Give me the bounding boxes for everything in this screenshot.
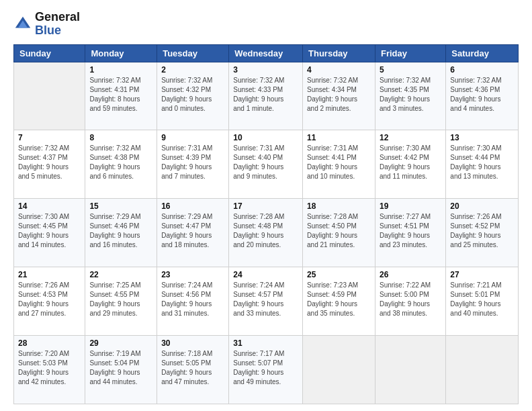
calendar-cell: 20Sunrise: 7:26 AMSunset: 4:52 PMDayligh… bbox=[446, 199, 519, 267]
calendar-week-row: 28Sunrise: 7:20 AMSunset: 5:03 PMDayligh… bbox=[14, 336, 519, 404]
day-info: Sunrise: 7:21 AMSunset: 5:01 PMDaylight:… bbox=[450, 281, 514, 318]
calendar-cell: 16Sunrise: 7:29 AMSunset: 4:47 PMDayligh… bbox=[157, 199, 229, 267]
day-info: Sunrise: 7:30 AMSunset: 4:44 PMDaylight:… bbox=[450, 144, 514, 181]
day-info: Sunrise: 7:17 AMSunset: 5:07 PMDaylight:… bbox=[233, 349, 298, 387]
calendar-cell: 12Sunrise: 7:30 AMSunset: 4:42 PMDayligh… bbox=[375, 130, 445, 199]
calendar-cell: 8Sunrise: 7:32 AMSunset: 4:38 PMDaylight… bbox=[85, 130, 157, 199]
day-number: 6 bbox=[450, 65, 514, 75]
day-number: 21 bbox=[18, 270, 81, 279]
day-info: Sunrise: 7:32 AMSunset: 4:34 PMDaylight:… bbox=[307, 76, 371, 113]
day-number: 29 bbox=[89, 338, 152, 348]
day-info: Sunrise: 7:24 AMSunset: 4:57 PMDaylight:… bbox=[233, 281, 298, 318]
day-info: Sunrise: 7:32 AMSunset: 4:32 PMDaylight:… bbox=[161, 76, 224, 113]
day-info: Sunrise: 7:31 AMSunset: 4:40 PMDaylight:… bbox=[233, 144, 298, 181]
calendar-cell: 13Sunrise: 7:30 AMSunset: 4:44 PMDayligh… bbox=[446, 130, 519, 199]
day-info: Sunrise: 7:24 AMSunset: 4:56 PMDaylight:… bbox=[161, 281, 224, 318]
day-number: 19 bbox=[380, 201, 441, 211]
day-number: 4 bbox=[307, 65, 371, 75]
day-info: Sunrise: 7:31 AMSunset: 4:41 PMDaylight:… bbox=[307, 144, 371, 181]
calendar-cell: 29Sunrise: 7:19 AMSunset: 5:04 PMDayligh… bbox=[85, 336, 157, 404]
calendar-cell bbox=[303, 336, 375, 404]
day-number: 31 bbox=[233, 338, 298, 348]
day-info: Sunrise: 7:32 AMSunset: 4:35 PMDaylight:… bbox=[380, 76, 441, 113]
calendar-header-row: SundayMondayTuesdayWednesdayThursdayFrid… bbox=[14, 44, 519, 62]
calendar-cell: 7Sunrise: 7:32 AMSunset: 4:37 PMDaylight… bbox=[14, 130, 85, 199]
day-of-week-header: Sunday bbox=[14, 44, 85, 62]
calendar-cell: 25Sunrise: 7:23 AMSunset: 4:59 PMDayligh… bbox=[303, 267, 375, 336]
calendar-cell: 9Sunrise: 7:31 AMSunset: 4:39 PMDaylight… bbox=[157, 130, 229, 199]
day-of-week-header: Wednesday bbox=[229, 44, 303, 62]
calendar-cell: 27Sunrise: 7:21 AMSunset: 5:01 PMDayligh… bbox=[446, 267, 519, 336]
day-number: 2 bbox=[161, 65, 224, 75]
calendar-week-row: 1Sunrise: 7:32 AMSunset: 4:31 PMDaylight… bbox=[14, 62, 519, 130]
calendar-cell: 3Sunrise: 7:32 AMSunset: 4:33 PMDaylight… bbox=[229, 62, 303, 130]
calendar-cell: 11Sunrise: 7:31 AMSunset: 4:41 PMDayligh… bbox=[303, 130, 375, 199]
calendar-cell: 14Sunrise: 7:30 AMSunset: 4:45 PMDayligh… bbox=[14, 199, 85, 267]
day-info: Sunrise: 7:29 AMSunset: 4:47 PMDaylight:… bbox=[161, 212, 224, 250]
day-number: 8 bbox=[89, 133, 152, 142]
day-number: 20 bbox=[450, 201, 514, 211]
calendar-cell bbox=[375, 336, 445, 404]
calendar-cell: 24Sunrise: 7:24 AMSunset: 4:57 PMDayligh… bbox=[229, 267, 303, 336]
calendar-cell: 1Sunrise: 7:32 AMSunset: 4:31 PMDaylight… bbox=[85, 62, 157, 130]
day-number: 26 bbox=[380, 270, 441, 279]
day-of-week-header: Thursday bbox=[303, 44, 375, 62]
calendar-cell: 4Sunrise: 7:32 AMSunset: 4:34 PMDaylight… bbox=[303, 62, 375, 130]
day-number: 16 bbox=[161, 201, 224, 211]
day-info: Sunrise: 7:20 AMSunset: 5:03 PMDaylight:… bbox=[18, 349, 81, 387]
day-info: Sunrise: 7:28 AMSunset: 4:50 PMDaylight:… bbox=[307, 212, 371, 250]
day-info: Sunrise: 7:26 AMSunset: 4:53 PMDaylight:… bbox=[18, 281, 81, 318]
calendar-week-row: 14Sunrise: 7:30 AMSunset: 4:45 PMDayligh… bbox=[14, 199, 519, 267]
day-info: Sunrise: 7:28 AMSunset: 4:48 PMDaylight:… bbox=[233, 212, 298, 250]
day-info: Sunrise: 7:22 AMSunset: 5:00 PMDaylight:… bbox=[380, 281, 441, 318]
day-number: 3 bbox=[233, 65, 298, 75]
day-info: Sunrise: 7:25 AMSunset: 4:55 PMDaylight:… bbox=[89, 281, 152, 318]
calendar-cell: 22Sunrise: 7:25 AMSunset: 4:55 PMDayligh… bbox=[85, 267, 157, 336]
logo-icon bbox=[13, 15, 32, 34]
page: General Blue SundayMondayTuesdayWednesda… bbox=[0, 0, 532, 411]
calendar-cell: 17Sunrise: 7:28 AMSunset: 4:48 PMDayligh… bbox=[229, 199, 303, 267]
calendar-cell: 21Sunrise: 7:26 AMSunset: 4:53 PMDayligh… bbox=[14, 267, 85, 336]
day-info: Sunrise: 7:32 AMSunset: 4:38 PMDaylight:… bbox=[89, 144, 152, 181]
logo: General Blue bbox=[13, 11, 80, 38]
calendar-cell: 15Sunrise: 7:29 AMSunset: 4:46 PMDayligh… bbox=[85, 199, 157, 267]
day-number: 18 bbox=[307, 201, 371, 211]
day-info: Sunrise: 7:32 AMSunset: 4:36 PMDaylight:… bbox=[450, 76, 514, 113]
day-number: 15 bbox=[89, 201, 152, 211]
calendar-cell: 2Sunrise: 7:32 AMSunset: 4:32 PMDaylight… bbox=[157, 62, 229, 130]
day-number: 23 bbox=[161, 270, 224, 279]
day-info: Sunrise: 7:19 AMSunset: 5:04 PMDaylight:… bbox=[89, 349, 152, 387]
day-of-week-header: Tuesday bbox=[157, 44, 229, 62]
day-number: 5 bbox=[380, 65, 441, 75]
day-number: 17 bbox=[233, 201, 298, 211]
calendar-cell: 26Sunrise: 7:22 AMSunset: 5:00 PMDayligh… bbox=[375, 267, 445, 336]
day-info: Sunrise: 7:29 AMSunset: 4:46 PMDaylight:… bbox=[89, 212, 152, 250]
calendar-cell: 31Sunrise: 7:17 AMSunset: 5:07 PMDayligh… bbox=[229, 336, 303, 404]
calendar-week-row: 21Sunrise: 7:26 AMSunset: 4:53 PMDayligh… bbox=[14, 267, 519, 336]
day-number: 10 bbox=[233, 133, 298, 142]
day-of-week-header: Monday bbox=[85, 44, 157, 62]
day-info: Sunrise: 7:32 AMSunset: 4:33 PMDaylight:… bbox=[233, 76, 298, 113]
day-number: 30 bbox=[161, 338, 224, 348]
day-number: 1 bbox=[89, 65, 152, 75]
day-info: Sunrise: 7:23 AMSunset: 4:59 PMDaylight:… bbox=[307, 281, 371, 318]
day-number: 14 bbox=[18, 201, 81, 211]
header: General Blue bbox=[13, 11, 519, 38]
day-of-week-header: Saturday bbox=[446, 44, 519, 62]
day-number: 12 bbox=[380, 133, 441, 142]
day-info: Sunrise: 7:32 AMSunset: 4:37 PMDaylight:… bbox=[18, 144, 81, 181]
day-info: Sunrise: 7:26 AMSunset: 4:52 PMDaylight:… bbox=[450, 212, 514, 250]
day-number: 27 bbox=[450, 270, 514, 279]
calendar-cell: 19Sunrise: 7:27 AMSunset: 4:51 PMDayligh… bbox=[375, 199, 445, 267]
day-number: 7 bbox=[18, 133, 81, 142]
day-number: 24 bbox=[233, 270, 298, 279]
day-number: 13 bbox=[450, 133, 514, 142]
logo-text: General Blue bbox=[35, 11, 80, 38]
calendar-cell: 18Sunrise: 7:28 AMSunset: 4:50 PMDayligh… bbox=[303, 199, 375, 267]
calendar-cell: 6Sunrise: 7:32 AMSunset: 4:36 PMDaylight… bbox=[446, 62, 519, 130]
calendar-cell: 30Sunrise: 7:18 AMSunset: 5:05 PMDayligh… bbox=[157, 336, 229, 404]
day-info: Sunrise: 7:18 AMSunset: 5:05 PMDaylight:… bbox=[161, 349, 224, 387]
calendar-cell: 23Sunrise: 7:24 AMSunset: 4:56 PMDayligh… bbox=[157, 267, 229, 336]
calendar-week-row: 7Sunrise: 7:32 AMSunset: 4:37 PMDaylight… bbox=[14, 130, 519, 199]
day-info: Sunrise: 7:32 AMSunset: 4:31 PMDaylight:… bbox=[89, 76, 152, 113]
